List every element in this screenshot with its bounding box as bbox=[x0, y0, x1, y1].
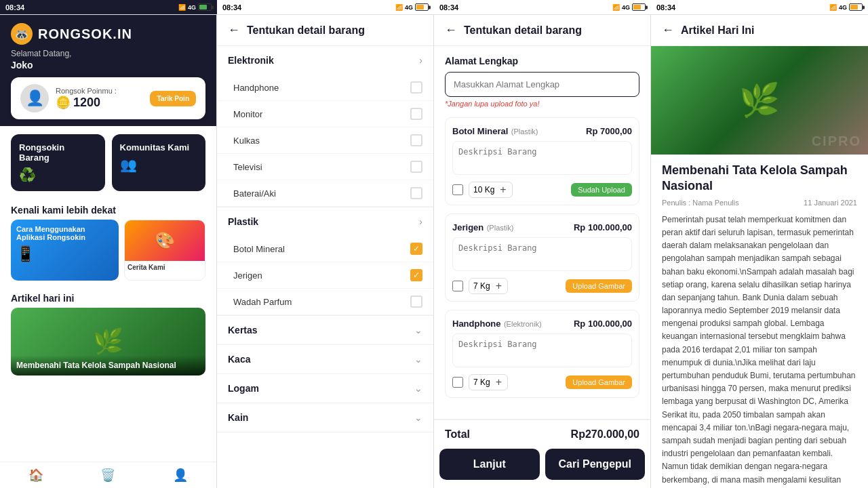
article-date: 11 Januari 2021 bbox=[804, 199, 857, 207]
article-hero-image: 🌿 CIPRO bbox=[651, 46, 868, 155]
jerigen-checkbox[interactable]: ✓ bbox=[410, 269, 422, 281]
baterai-checkbox[interactable] bbox=[410, 187, 422, 199]
category-kaca-name: Kaca bbox=[228, 354, 250, 365]
address-label: Alamat Lengkap bbox=[445, 56, 639, 66]
back-button-4[interactable]: ← bbox=[662, 23, 674, 37]
address-input[interactable] bbox=[445, 72, 639, 97]
total-label: Total bbox=[445, 428, 470, 441]
status-bar-3: 08:34 📶 4G bbox=[434, 0, 651, 15]
upload-botol-button[interactable]: Sudah Upload bbox=[571, 183, 632, 197]
item-botol-price: Rp 7000,00 bbox=[586, 126, 632, 136]
item-handphone-controls: 7 Kg + Upload Gambar bbox=[452, 374, 632, 390]
article-para-1: Pemerintah pusat telah memperkuat komitm… bbox=[662, 214, 857, 488]
item-card-botol: Botol Mineral (Plastik) Rp 7000,00 10 Kg… bbox=[445, 117, 639, 205]
main-panels: 🦝 RONGSOK.IN Selamat Datang, Joko 👤 Rong… bbox=[0, 15, 868, 488]
battery-icon-1 bbox=[198, 3, 212, 11]
app-header: 🦝 RONGSOK.IN Selamat Datang, Joko 👤 Rong… bbox=[0, 15, 216, 126]
panel-detail: ← Tentukan detail barang Alamat Lengkap … bbox=[434, 15, 651, 488]
item-jerigen-checkbox[interactable] bbox=[452, 281, 463, 291]
sub-item-jerigen[interactable]: Jerigen ✓ bbox=[217, 262, 433, 289]
kain-chevron-icon: ⌄ bbox=[414, 412, 422, 423]
qty-botol-plus[interactable]: + bbox=[498, 184, 507, 196]
televisi-checkbox[interactable] bbox=[410, 161, 422, 173]
baterai-label: Baterai/Aki bbox=[233, 188, 276, 199]
handphone-checkbox[interactable] bbox=[410, 81, 422, 94]
category-elektronik: Elektronik › Handphone Monitor Kulkas Te… bbox=[217, 46, 433, 207]
botol-checkbox[interactable]: ✓ bbox=[410, 243, 422, 255]
signal-icons-2: 📶 4G bbox=[395, 3, 429, 11]
nav-home[interactable]: 🏠 bbox=[0, 468, 72, 483]
qty-jerigen-plus[interactable]: + bbox=[494, 280, 503, 292]
signal-icons-4: 📶 4G bbox=[829, 3, 863, 11]
item-card-jerigen: Jerigen (Plastik) Rp 100.000,00 7 Kg + U… bbox=[445, 214, 639, 302]
article-body: Pemerintah pusat telah memperkuat komitm… bbox=[651, 214, 868, 488]
qty-jerigen-value: 7 Kg bbox=[473, 281, 490, 291]
points-value: 🪙 1200 bbox=[56, 95, 143, 110]
nav-trash[interactable]: 🗑️ bbox=[72, 468, 144, 483]
item-handphone-name: Handphone bbox=[452, 319, 501, 329]
item-jerigen-desc[interactable] bbox=[452, 237, 632, 271]
kulkas-checkbox[interactable] bbox=[410, 134, 422, 146]
category-kertas-header[interactable]: Kertas ⌄ bbox=[217, 316, 433, 344]
item-jerigen-header: Jerigen (Plastik) Rp 100.000,00 bbox=[452, 221, 632, 233]
komunitas-card[interactable]: Komunitas Kami 👥 bbox=[112, 134, 206, 191]
item-botol-qty: 10 Kg + bbox=[469, 182, 513, 198]
guide-cards: Cara Menggunakan Aplikasi Rongsokin 📱 🎨 … bbox=[0, 220, 216, 287]
kenali-title: Kenali kami lebih dekat bbox=[0, 199, 216, 220]
sub-item-wadah[interactable]: Wadah Parfum bbox=[217, 289, 433, 315]
nav-profile[interactable]: 👤 bbox=[144, 468, 216, 483]
rongsokin-label: Rongsokin Barang bbox=[19, 142, 97, 163]
category-kaca-header[interactable]: Kaca ⌄ bbox=[217, 345, 433, 373]
item-handphone-checkbox[interactable] bbox=[452, 377, 463, 388]
status-bar-4: 08:34 📶 4G bbox=[651, 0, 868, 15]
jerigen-label: Jerigen bbox=[233, 270, 262, 281]
sub-item-handphone[interactable]: Handphone bbox=[217, 75, 433, 101]
article-header-title: Artikel Hari Ini bbox=[681, 24, 754, 37]
action-cards: Rongsokin Barang ♻️ Komunitas Kami 👥 bbox=[0, 126, 216, 199]
kaca-chevron-icon: ⌄ bbox=[414, 354, 422, 365]
category-kertas: Kertas ⌄ bbox=[217, 316, 433, 345]
sub-item-kulkas[interactable]: Kulkas bbox=[217, 127, 433, 154]
sub-item-televisi[interactable]: Televisi bbox=[217, 154, 433, 180]
category-kain: Kain ⌄ bbox=[217, 403, 433, 432]
upload-warning: *Jangan lupa upload foto ya! bbox=[445, 100, 639, 108]
sub-item-monitor[interactable]: Monitor bbox=[217, 101, 433, 127]
username-text: Joko bbox=[11, 60, 205, 70]
category-elektronik-header[interactable]: Elektronik › bbox=[217, 46, 433, 75]
sub-item-botol[interactable]: Botol Mineral ✓ bbox=[217, 236, 433, 262]
wadah-checkbox[interactable] bbox=[410, 296, 422, 308]
logo-icon: 🦝 bbox=[11, 23, 33, 45]
article-preview[interactable]: 🌿 Membenahi Tata Kelola Sampah Nasional bbox=[11, 308, 205, 375]
cari-button[interactable]: Cari Pengepul bbox=[545, 449, 646, 480]
article-meta: Penulis : Nama Penulis 11 Januari 2021 bbox=[651, 199, 868, 214]
rongsokin-card[interactable]: Rongsokin Barang ♻️ bbox=[11, 134, 105, 191]
total-value: Rp270.000,00 bbox=[571, 428, 639, 441]
guide-card-2-label: Cerita Kami bbox=[125, 261, 205, 274]
monitor-checkbox[interactable] bbox=[410, 108, 422, 120]
category-plastik-header[interactable]: Plastik › bbox=[217, 207, 433, 236]
category-logam-header[interactable]: Logam ⌄ bbox=[217, 374, 433, 403]
sub-item-baterai[interactable]: Baterai/Aki bbox=[217, 180, 433, 207]
lanjut-button[interactable]: Lanjut bbox=[439, 449, 540, 480]
time-2: 08:34 bbox=[222, 3, 241, 12]
item-handphone-desc[interactable] bbox=[452, 333, 632, 367]
item-botol-header: Botol Mineral (Plastik) Rp 7000,00 bbox=[452, 125, 632, 137]
avatar: 👤 bbox=[20, 84, 49, 113]
back-button-3[interactable]: ← bbox=[445, 23, 457, 37]
category-kain-header[interactable]: Kain ⌄ bbox=[217, 403, 433, 432]
tarik-poin-button[interactable]: Tarik Poin bbox=[150, 91, 196, 106]
guide-card-2[interactable]: 🎨 Cerita Kami bbox=[124, 220, 205, 281]
item-jerigen-name: Jerigen bbox=[452, 222, 484, 232]
item-botol-type: (Plastik) bbox=[511, 127, 538, 136]
qty-handphone-plus[interactable]: + bbox=[494, 376, 503, 388]
item-card-handphone: Handphone (Elektronik) Rp 100.000,00 7 K… bbox=[445, 310, 639, 398]
upload-handphone-button[interactable]: Upload Gambar bbox=[566, 375, 632, 389]
back-button-2[interactable]: ← bbox=[228, 23, 240, 37]
panel-home: 🦝 RONGSOK.IN Selamat Datang, Joko 👤 Rong… bbox=[0, 15, 217, 488]
guide-card-1[interactable]: Cara Menggunakan Aplikasi Rongsokin 📱 bbox=[11, 220, 119, 281]
item-botol-desc[interactable] bbox=[452, 141, 632, 175]
item-botol-name: Botol Mineral bbox=[452, 126, 508, 136]
article-main-title: Membenahi Tata Kelola Sampah Nasional bbox=[651, 155, 868, 199]
item-botol-checkbox[interactable] bbox=[452, 184, 463, 195]
upload-jerigen-button[interactable]: Upload Gambar bbox=[566, 279, 632, 293]
